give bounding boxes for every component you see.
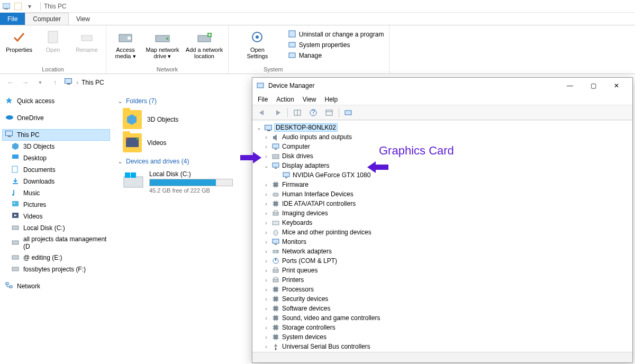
recent-dropdown[interactable]: ▼: [35, 77, 46, 88]
toolbar-properties-button[interactable]: [323, 107, 335, 119]
close-button[interactable]: ✕: [605, 78, 628, 93]
rename-button[interactable]: Rename: [71, 28, 103, 54]
nav-quick-access[interactable]: Quick access: [2, 95, 110, 107]
nav-music[interactable]: Music: [2, 187, 110, 199]
chevron-right-icon[interactable]: ›: [263, 296, 269, 302]
chevron-right-icon[interactable]: ›: [263, 315, 269, 321]
open-button[interactable]: Open: [37, 28, 69, 54]
chevron-right-icon[interactable]: ›: [263, 344, 269, 350]
qat-save-icon[interactable]: [14, 2, 22, 11]
nav-local-disk-c[interactable]: Local Disk (C:): [2, 222, 110, 234]
chevron-right-icon[interactable]: ›: [263, 153, 269, 159]
chevron-right-icon[interactable]: ›: [263, 201, 269, 207]
chevron-right-icon[interactable]: ›: [263, 334, 269, 340]
menu-help[interactable]: Help: [325, 96, 338, 103]
tree-node[interactable]: ⌄ Display adapters: [256, 161, 629, 170]
chevron-right-icon[interactable]: ›: [263, 182, 269, 188]
breadcrumb[interactable]: › This PC: [65, 78, 104, 87]
nav-drive-d[interactable]: all projects data management (D: [2, 234, 110, 252]
chevron-right-icon[interactable]: ›: [263, 306, 269, 312]
tree-node[interactable]: › Processors: [256, 285, 629, 294]
tree-node[interactable]: › System devices: [256, 332, 629, 342]
nav-drive-f[interactable]: fossbytes projects (F:): [2, 263, 110, 275]
nav-onedrive[interactable]: OneDrive: [2, 112, 110, 124]
maximize-button[interactable]: ▢: [582, 78, 605, 93]
chevron-right-icon[interactable]: ›: [263, 249, 269, 254]
device-category-icon: [271, 266, 280, 275]
chevron-right-icon[interactable]: ›: [263, 258, 269, 264]
open-settings-button[interactable]: Open Settings: [241, 28, 273, 60]
map-network-drive-button[interactable]: Map network drive ▾: [143, 28, 182, 60]
manage-button[interactable]: Manage: [286, 51, 386, 60]
access-media-button[interactable]: Access media ▾: [110, 28, 141, 60]
tree-node[interactable]: › IDE ATA/ATAPI controllers: [256, 199, 629, 208]
menu-file[interactable]: File: [258, 96, 268, 103]
nav-this-pc[interactable]: This PC: [2, 129, 110, 141]
tree-node[interactable]: › Keyboards: [256, 218, 629, 228]
tree-node[interactable]: › Print queues: [256, 266, 629, 275]
tree-node[interactable]: › Sound, video and game controllers: [256, 313, 629, 323]
devmgr-titlebar[interactable]: Device Manager — ▢ ✕: [252, 78, 632, 94]
tab-file[interactable]: File: [0, 13, 25, 25]
chevron-right-icon[interactable]: ›: [263, 230, 269, 235]
back-button[interactable]: ←: [5, 77, 16, 88]
chevron-right-icon[interactable]: ›: [263, 211, 269, 216]
toolbar-show-hide-button[interactable]: [291, 107, 304, 119]
chevron-right-icon[interactable]: ›: [263, 192, 269, 197]
add-network-location-button[interactable]: Add a network location: [184, 28, 225, 60]
toolbar-help-button[interactable]: ?: [307, 107, 320, 119]
toolbar-back-button[interactable]: [256, 107, 268, 119]
forward-button[interactable]: →: [20, 77, 31, 88]
nav-documents[interactable]: Documents: [2, 164, 110, 176]
menu-view[interactable]: View: [303, 96, 316, 103]
nav-3d-objects[interactable]: 3D Objects: [2, 141, 110, 152]
tab-computer[interactable]: Computer: [25, 13, 69, 25]
chevron-right-icon[interactable]: ›: [263, 220, 269, 226]
tree-node[interactable]: › Universal Serial Bus controllers: [256, 342, 629, 351]
chevron-down-icon[interactable]: ⌄: [263, 163, 269, 169]
chevron-right-icon[interactable]: ›: [263, 268, 269, 274]
chevron-right-icon[interactable]: ›: [263, 277, 269, 283]
toolbar-forward-button[interactable]: [271, 107, 284, 119]
minimize-button[interactable]: —: [558, 78, 582, 93]
nav-network[interactable]: Network: [2, 280, 110, 292]
tree-node[interactable]: › Printers: [256, 275, 629, 285]
tree-node[interactable]: › Mice and other pointing devices: [256, 228, 629, 237]
tree-node[interactable]: › Firmware: [256, 180, 629, 189]
chevron-right-icon[interactable]: ›: [263, 134, 269, 140]
chevron-right-icon[interactable]: ›: [263, 239, 269, 245]
up-button[interactable]: ↑: [50, 77, 60, 88]
properties-button[interactable]: Properties: [3, 28, 35, 54]
devmgr-statusbar: [252, 352, 632, 362]
tree-node[interactable]: › Monitors: [256, 237, 629, 247]
toolbar-scan-button[interactable]: [342, 107, 355, 119]
chevron-right-icon[interactable]: ›: [263, 287, 269, 293]
tree-root[interactable]: ⌄ DESKTOP-8ONLK02: [256, 123, 629, 132]
tree-node[interactable]: › Human Interface Devices: [256, 189, 629, 199]
tab-view[interactable]: View: [69, 13, 97, 25]
svg-rect-74: [274, 287, 278, 292]
nav-videos[interactable]: Videos: [2, 211, 110, 222]
menu-action[interactable]: Action: [276, 96, 294, 103]
svg-rect-2: [14, 3, 22, 10]
tree-node[interactable]: › Audio inputs and outputs: [256, 132, 629, 142]
tree-node[interactable]: › Security devices: [256, 294, 629, 304]
tree-node[interactable]: › Network adapters: [256, 247, 629, 256]
tree-node[interactable]: › Imaging devices: [256, 208, 629, 218]
system-properties-button[interactable]: System properties: [286, 40, 386, 50]
tree-node[interactable]: › Ports (COM & LPT): [256, 256, 629, 266]
tree-node[interactable]: › Storage controllers: [256, 323, 629, 332]
uninstall-program-button[interactable]: Uninstall or change a program: [286, 30, 386, 39]
nav-drive-e[interactable]: @ editing (E:): [2, 252, 110, 263]
chevron-right-icon[interactable]: ›: [263, 144, 269, 150]
qat-dropdown-icon[interactable]: ▾: [25, 2, 34, 11]
chevron-right-icon[interactable]: ›: [263, 325, 269, 331]
separator: [40, 2, 41, 11]
ribbon-group-network: Access media ▾ Map network drive ▾ Add a…: [106, 25, 229, 74]
device-category-icon: [271, 295, 280, 303]
tree-node-gpu[interactable]: NVIDIA GeForce GTX 1080: [256, 170, 629, 180]
nav-pictures[interactable]: Pictures: [2, 199, 110, 211]
nav-desktop[interactable]: Desktop: [2, 152, 110, 164]
tree-node[interactable]: › Software devices: [256, 304, 629, 313]
nav-downloads[interactable]: Downloads: [2, 176, 110, 187]
